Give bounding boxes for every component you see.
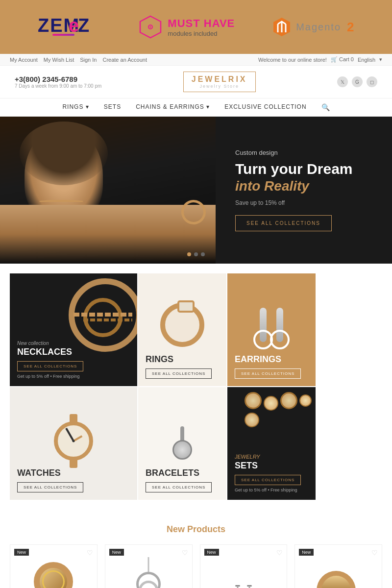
category-bracelets[interactable]: Bracelets SEE ALL COLLECTIONS (138, 387, 226, 500)
zemes-logo: ZEM Z e (38, 14, 101, 40)
bracelets-title: Bracelets (146, 468, 219, 478)
rings-title: Rings (146, 354, 219, 365)
svg-text:e: e (69, 15, 80, 36)
hero-title-italic: into Reality (235, 178, 372, 195)
product-card-4: New ♡ Open Cuff ★★★★★ 1 Review (294, 544, 382, 588)
necklaces-collection-label: New collection (17, 341, 130, 346)
hero-content: Custom design Turn your Dream into Reali… (216, 134, 392, 246)
site-wrapper: My Account My Wish List Sign In Create a… (0, 54, 392, 588)
hero-slider: Custom design Turn your Dream into Reali… (0, 117, 392, 264)
hero-title: Turn your Dream into Reality (235, 160, 372, 195)
section-title: New Products (10, 524, 382, 535)
must-have-icon (138, 15, 163, 39)
section-title-accent: Products (187, 524, 225, 534)
welcome-text: Welcome to our online store! (258, 57, 327, 63)
logo-text: JEWELRIX (192, 75, 247, 84)
product-card-3: New ♡ MESH NARROW BRA (200, 544, 288, 588)
logo-sub: Jewelry Store (192, 84, 247, 89)
nav-rings[interactable]: RINGS ▾ (62, 103, 89, 111)
product-badge-1: New (14, 549, 29, 556)
section-title-normal: New (167, 524, 185, 534)
main-nav: RINGS ▾ SETS CHAINS & EARRINGS ▾ EXCLUSI… (0, 98, 392, 117)
bracelets-cta[interactable]: SEE ALL COLLECTIONS (146, 482, 212, 492)
bracelets-overlay: Bracelets SEE ALL COLLECTIONS (138, 461, 226, 500)
rings-overlay: Rings SEE ALL COLLECTIONS (138, 347, 226, 386)
jewelry-sets-title: SETS (235, 461, 308, 471)
top-nav-left: My Account My Wish List Sign In Create a… (10, 57, 147, 63)
cart-link[interactable]: 🛒 Cart 0 (331, 56, 354, 63)
hero-model-image (0, 117, 216, 264)
category-grid: New collection NECKLACES SEE ALL COLLECT… (0, 264, 392, 510)
category-necklaces[interactable]: New collection NECKLACES SEE ALL COLLECT… (10, 273, 137, 386)
new-products-section: New Products ‹ New ♡ Out of retirement™ … (0, 510, 392, 588)
jewelry-sets-overlay: JEWELRY SETS SEE ALL COLLECTIONS Get up … (227, 446, 316, 500)
rings-cta[interactable]: SEE ALL COLLECTIONS (146, 368, 212, 379)
top-nav: My Account My Wish List Sign In Create a… (0, 54, 392, 66)
sign-in-link[interactable]: Sign In (80, 57, 97, 63)
category-watches[interactable]: Watches SEE ALL COLLECTIONS (10, 387, 137, 500)
magento-icon (271, 17, 292, 37)
header-phone: +3(800) 2345-6789 7 Days a week from 9:0… (15, 75, 101, 89)
earrings-title: Earrings (235, 354, 308, 365)
product-badge-4: New (299, 549, 314, 556)
watches-title: Watches (17, 468, 130, 478)
earrings-cta[interactable]: SEE ALL COLLECTIONS (235, 368, 301, 379)
wishlist-icon-1[interactable]: ♡ (87, 549, 93, 557)
magento-version: 2 (347, 20, 354, 35)
my-wishlist-link[interactable]: My Wish List (44, 57, 74, 63)
watches-cta[interactable]: SEE ALL COLLECTIONS (17, 482, 83, 492)
create-account-link[interactable]: Create an Account (102, 57, 147, 63)
product-card-2: New ♡ Interlocking circles ★★★★★ 2 Revie… (105, 544, 193, 588)
top-nav-right: Welcome to our online store! 🛒 Cart 0 En… (258, 56, 382, 63)
logo[interactable]: JEWELRIX Jewelry Store (183, 72, 256, 92)
badge-bar: ZEM Z e MUST HAVE modules included (0, 0, 392, 54)
slider-dots (187, 252, 205, 256)
header: +3(800) 2345-6789 7 Days a week from 9:0… (0, 66, 392, 98)
modules-label: modules included (168, 30, 235, 37)
slide-dot-3[interactable] (201, 252, 205, 256)
nav-exclusive[interactable]: EXCLUSIVE COLLECTION (224, 103, 306, 111)
wishlist-icon-3[interactable]: ♡ (276, 549, 283, 557)
must-have-text: MUST HAVE modules included (168, 17, 235, 37)
earrings-overlay: Earrings SEE ALL COLLECTIONS (227, 347, 316, 386)
twitter-icon[interactable]: 𝕏 (337, 76, 348, 87)
google-icon[interactable]: G (352, 76, 363, 87)
language-selector[interactable]: English (358, 57, 375, 63)
wishlist-icon-2[interactable]: ♡ (182, 549, 188, 557)
magento-label: Magento (296, 22, 341, 33)
phone-hours: 7 Days a week from 9:00 am to 7:00 pm (15, 83, 101, 89)
must-have-badge: MUST HAVE modules included (138, 15, 235, 39)
svg-point-6 (150, 26, 151, 28)
hero-subtitle: Custom design (235, 149, 372, 156)
product-card-1: New ♡ Out of retirement™ block ring Out … (10, 544, 98, 588)
jewelry-sets-discount: Get up to 5% off • Free shipping (235, 488, 308, 492)
header-social: 𝕏 G ◻ (337, 76, 377, 87)
phone-number: +3(800) 2345-6789 (15, 75, 101, 83)
nav-sets[interactable]: SETS (104, 103, 121, 111)
slide-dot-2[interactable] (194, 252, 198, 256)
necklaces-discount: Get up to 5% off • Free shipping (17, 374, 130, 379)
category-rings[interactable]: Rings SEE ALL COLLECTIONS (138, 273, 226, 386)
my-account-link[interactable]: My Account (10, 57, 38, 63)
necklaces-cta[interactable]: SEE ALL COLLECTIONS (17, 361, 83, 371)
slide-dot-1[interactable] (187, 252, 191, 256)
hero-cta-button[interactable]: SEE ALL COLLECTIONS (235, 215, 332, 231)
category-earrings[interactable]: Earrings SEE ALL COLLECTIONS (227, 273, 316, 386)
watches-overlay: Watches SEE ALL COLLECTIONS (10, 461, 137, 500)
products-grid: ‹ New ♡ Out of retirement™ block ring Ou… (10, 544, 382, 588)
search-icon[interactable]: 🔍 (321, 103, 330, 111)
product-badge-2: New (109, 549, 124, 556)
necklaces-title: NECKLACES (17, 347, 130, 357)
hero-offer: Save up to 15% off (235, 199, 372, 206)
wishlist-icon-4[interactable]: ♡ (371, 549, 378, 557)
instagram-icon[interactable]: ◻ (367, 76, 377, 87)
category-jewelry-sets[interactable]: JEWELRY SETS SEE ALL COLLECTIONS Get up … (227, 387, 316, 500)
product-badge-3: New (204, 549, 219, 556)
nav-chains-earrings[interactable]: CHAINS & EARRINGS ▾ (136, 103, 210, 111)
jewelry-sets-label: JEWELRY (235, 454, 308, 460)
jewelry-sets-cta[interactable]: SEE ALL COLLECTIONS (235, 475, 301, 485)
svg-rect-3 (52, 34, 74, 36)
must-label: MUST HAVE (168, 17, 235, 30)
necklaces-overlay: New collection NECKLACES SEE ALL COLLECT… (10, 333, 137, 386)
magento-badge: Magento 2 (271, 17, 354, 37)
